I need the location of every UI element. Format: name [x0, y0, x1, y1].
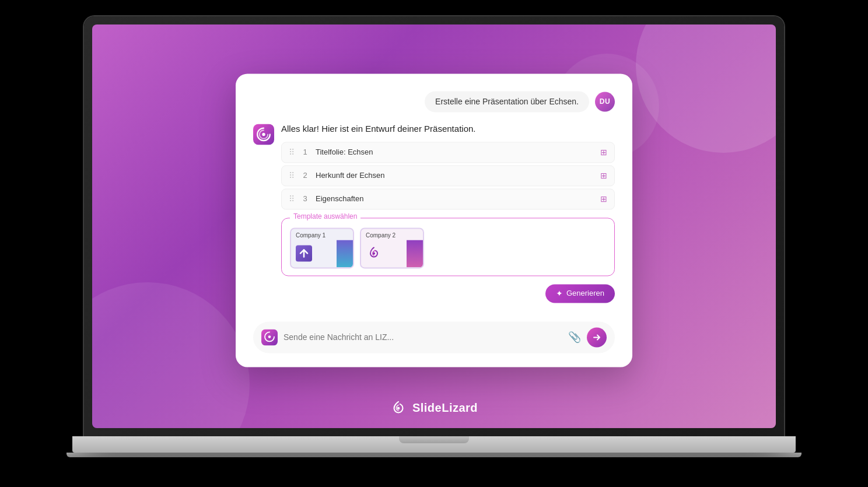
drag-icon: ⠿ — [289, 148, 295, 157]
bot-avatar-icon — [253, 124, 274, 145]
company1-logo — [296, 245, 312, 261]
slide-number: 2 — [300, 171, 310, 180]
slide-number: 1 — [300, 148, 310, 156]
chat-dialog: Erstelle eine Präsentation über Echsen. … — [236, 73, 632, 367]
bg-decoration-1 — [636, 24, 776, 153]
svg-point-2 — [373, 252, 375, 254]
laptop-notch — [399, 436, 469, 443]
company1-bar — [337, 240, 353, 267]
slide-options-icon[interactable]: ⊞ — [600, 171, 607, 180]
screen-bezel: Erstelle eine Präsentation über Echsen. … — [84, 16, 784, 436]
svg-point-4 — [268, 335, 271, 338]
template-card-name: Company 1 — [291, 229, 353, 240]
slide-title: Titelfolie: Echsen — [316, 148, 594, 156]
template-card-company1[interactable]: Company 1 — [290, 227, 354, 268]
attach-icon[interactable]: 📎 — [568, 331, 581, 344]
slide-item[interactable]: ⠿ 2 Herkunft der Echsen ⊞ — [281, 165, 615, 186]
slide-title: Herkunft der Echsen — [316, 171, 594, 180]
template-card-preview-1 — [291, 240, 353, 267]
branding-text: SlideLizard — [412, 401, 478, 415]
generate-button-icon: ✦ — [556, 289, 563, 298]
chat-input-field[interactable] — [284, 332, 562, 342]
user-avatar: DU — [595, 92, 615, 111]
slide-list: ⠿ 1 Titelfolie: Echsen ⊞ ⠿ 2 Herkunft de… — [281, 142, 615, 209]
template-card-name: Company 2 — [361, 229, 423, 240]
svg-point-5 — [397, 407, 400, 409]
chat-input-area: 📎 — [253, 321, 615, 353]
company2-logo — [366, 245, 382, 261]
user-bubble: Erstelle eine Präsentation über Echsen. — [425, 91, 589, 112]
slide-item[interactable]: ⠿ 3 Eigenschaften ⊞ — [281, 188, 615, 209]
laptop-base — [72, 436, 796, 453]
svg-point-1 — [262, 132, 265, 135]
bot-response: Alles klar! Hier ist ein Entwurf deiner … — [253, 124, 615, 312]
drag-icon: ⠿ — [289, 171, 295, 180]
input-bot-avatar — [261, 329, 278, 345]
slide-number: 3 — [300, 194, 310, 203]
send-button[interactable] — [587, 327, 607, 347]
laptop-base-bottom — [66, 453, 802, 457]
slide-item[interactable]: ⠿ 1 Titelfolie: Echsen ⊞ — [281, 142, 615, 163]
slide-options-icon[interactable]: ⊞ — [600, 194, 607, 204]
template-card-preview-2 — [361, 240, 423, 267]
laptop-container: Erstelle eine Präsentation über Echsen. … — [66, 16, 802, 471]
bot-intro-text: Alles klar! Hier ist ein Entwurf deiner … — [281, 124, 615, 134]
slide-options-icon[interactable]: ⊞ — [600, 148, 607, 157]
drag-icon: ⠿ — [289, 194, 295, 204]
user-message-text: Erstelle eine Präsentation über Echsen. — [435, 97, 579, 106]
company2-bar — [407, 240, 423, 267]
screen: Erstelle eine Präsentation über Echsen. … — [92, 24, 776, 428]
bot-content: Alles klar! Hier ist ein Entwurf deiner … — [281, 124, 615, 312]
template-card-company2[interactable]: Company 2 — [360, 227, 424, 268]
template-selector: Template auswählen Company 1 — [281, 218, 615, 276]
generate-button[interactable]: ✦ Generieren — [545, 284, 615, 303]
template-cards-container: Company 1 — [290, 227, 606, 268]
slide-title: Eigenschaften — [316, 194, 594, 203]
bottom-branding: SlideLizard — [92, 400, 776, 416]
generate-row: ✦ Generieren — [281, 284, 615, 303]
template-selector-label: Template auswählen — [290, 212, 360, 220]
user-message-row: Erstelle eine Präsentation über Echsen. … — [253, 91, 615, 112]
generate-button-label: Generieren — [566, 289, 604, 297]
